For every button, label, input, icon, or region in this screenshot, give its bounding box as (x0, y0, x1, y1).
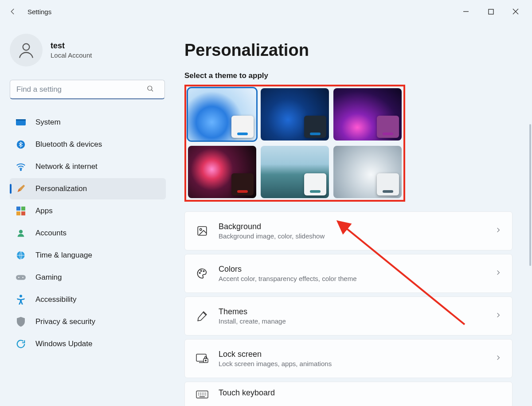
sidebar-item-network[interactable]: Network & internet (10, 156, 166, 177)
svg-point-18 (200, 229, 202, 230)
theme-tile-flow[interactable] (333, 146, 402, 198)
page-title: Personalization (184, 41, 520, 60)
svg-point-15 (22, 277, 23, 278)
setting-sub: Background image, color, slideshow (219, 232, 485, 240)
lock-screen-icon (196, 352, 209, 365)
svg-rect-4 (16, 119, 26, 121)
minimize-button[interactable] (454, 3, 478, 20)
sidebar-item-label: Apps (35, 207, 53, 215)
theme-tile-windows-light[interactable] (188, 88, 256, 141)
setting-sub: Lock screen images, apps, animations (219, 360, 485, 367)
apps-icon (16, 206, 26, 216)
profile-block[interactable]: test Local Account (10, 34, 166, 66)
avatar (10, 34, 43, 66)
accessibility-icon (16, 295, 26, 304)
setting-themes[interactable]: Themes Install, create, manage (184, 297, 512, 336)
theme-tile-windows-dark[interactable] (261, 88, 329, 141)
svg-point-6 (20, 169, 22, 171)
gaming-icon (16, 273, 26, 282)
sidebar-item-label: Time & language (35, 251, 92, 260)
sidebar-item-label: Network & internet (35, 162, 98, 171)
svg-point-21 (203, 271, 204, 272)
palette-icon (196, 267, 209, 280)
update-icon (16, 339, 26, 349)
sidebar-item-label: Accounts (35, 229, 66, 238)
theme-tile-sunrise[interactable] (261, 146, 329, 198)
network-icon (16, 162, 26, 172)
keyboard-icon (196, 388, 209, 402)
svg-rect-9 (16, 211, 20, 215)
setting-lockscreen[interactable]: Lock screen Lock screen images, apps, an… (184, 339, 512, 378)
setting-title: Touch keyboard (219, 388, 501, 398)
accounts-icon (16, 228, 26, 238)
scrollbar[interactable] (529, 124, 531, 266)
chevron-right-icon (495, 312, 501, 320)
sidebar-item-personalization[interactable]: Personalization (10, 178, 166, 199)
sidebar-item-label: Accessibility (35, 295, 77, 304)
sidebar-item-apps[interactable]: Apps (10, 200, 166, 222)
sidebar-item-label: Gaming (35, 273, 62, 282)
sidebar-item-bluetooth[interactable]: Bluetooth & devices (10, 134, 166, 155)
sidebar-item-label: Privacy & security (35, 317, 95, 326)
annotation-highlight-box (184, 85, 405, 202)
brush-icon (196, 309, 209, 323)
system-icon (16, 117, 26, 127)
svg-rect-8 (21, 207, 25, 211)
svg-point-16 (20, 295, 22, 297)
sidebar-item-label: System (35, 118, 61, 127)
chevron-right-icon (495, 227, 501, 235)
sidebar-item-system[interactable]: System (10, 112, 166, 133)
search-wrapper (10, 80, 166, 99)
chevron-right-icon (495, 269, 501, 277)
sidebar-item-label: Personalization (35, 184, 87, 193)
theme-tile-captured-motion[interactable] (188, 146, 256, 198)
setting-touchkeyboard[interactable]: Touch keyboard (184, 382, 512, 406)
sidebar-item-accessibility[interactable]: Accessibility (10, 289, 166, 310)
sidebar-item-label: Bluetooth & devices (35, 140, 102, 149)
back-button[interactable] (4, 3, 21, 20)
sidebar-item-accounts[interactable]: Accounts (10, 223, 166, 244)
sidebar-item-windowsupdate[interactable]: Windows Update (10, 333, 166, 355)
svg-point-11 (19, 230, 23, 234)
setting-title: Lock screen (219, 350, 485, 359)
theme-section-label: Select a theme to apply (184, 71, 520, 80)
sidebar-item-gaming[interactable]: Gaming (10, 267, 166, 288)
svg-rect-10 (21, 211, 25, 215)
svg-rect-17 (198, 226, 207, 235)
sidebar-item-time-language[interactable]: Time & language (10, 245, 166, 266)
close-button[interactable] (504, 3, 528, 20)
search-input[interactable] (10, 80, 165, 99)
app-title: Settings (27, 8, 51, 16)
setting-title: Colors (219, 265, 485, 274)
setting-background[interactable]: Background Background image, color, slid… (184, 211, 512, 250)
search-icon (146, 85, 154, 94)
chevron-right-icon (495, 355, 501, 363)
maximize-button[interactable] (479, 3, 503, 20)
svg-rect-7 (16, 207, 20, 211)
shield-icon (16, 317, 26, 327)
setting-sub: Install, create, manage (219, 317, 485, 325)
svg-point-1 (23, 44, 30, 51)
setting-title: Background (219, 222, 485, 231)
svg-point-20 (201, 270, 202, 271)
setting-sub: Accent color, transparency effects, colo… (219, 275, 485, 282)
image-icon (196, 224, 209, 238)
sidebar-item-label: Windows Update (35, 340, 93, 348)
sidebar-item-privacy[interactable]: Privacy & security (10, 311, 166, 332)
svg-rect-0 (489, 9, 493, 14)
bluetooth-icon (16, 140, 26, 149)
time-language-icon (16, 250, 26, 260)
profile-subtitle: Local Account (51, 51, 92, 59)
paintbrush-icon (16, 184, 26, 194)
svg-point-14 (18, 277, 20, 278)
setting-title: Themes (219, 307, 485, 316)
setting-colors[interactable]: Colors Accent color, transparency effect… (184, 254, 512, 293)
theme-tile-glow[interactable] (333, 88, 402, 141)
svg-point-2 (148, 86, 152, 90)
profile-name: test (51, 41, 92, 51)
svg-point-19 (200, 273, 200, 273)
svg-rect-13 (16, 275, 26, 280)
svg-point-24 (205, 360, 206, 361)
